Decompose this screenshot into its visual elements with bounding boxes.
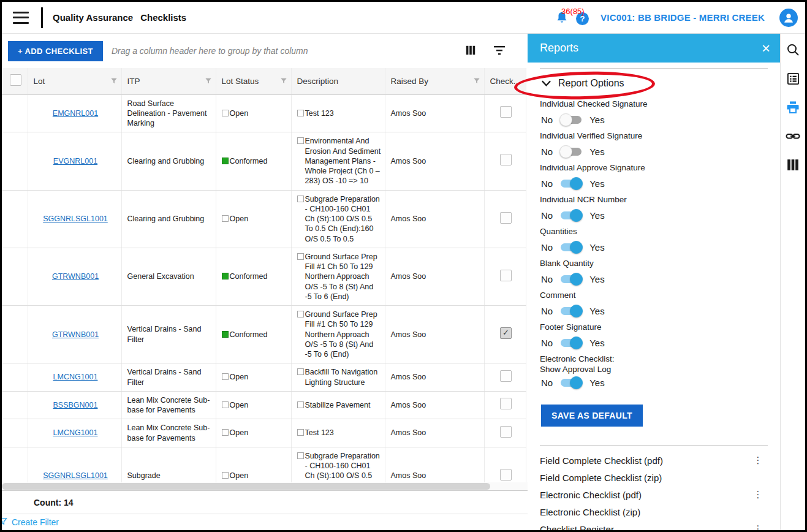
row-select-cell[interactable] [2,363,28,392]
lot-link[interactable]: GTRWNB001 [52,272,99,281]
row-select-cell[interactable] [2,391,28,419]
row-select-cell[interactable] [2,132,28,190]
filter-funnel-icon [110,77,118,85]
lot-link[interactable]: SGGNRLSGL1001 [43,215,108,223]
row-select-cell[interactable] [2,94,28,132]
columns-icon[interactable] [786,158,800,172]
table-row: EVGNRL001 Clearing and Grubbing Conforme… [2,132,526,190]
lot-link[interactable]: SGGNRLSGL1001 [43,471,108,480]
checked-checkbox[interactable] [500,270,512,281]
report-link[interactable]: Electronic Checklist (zip) [540,507,752,517]
toggle-switch[interactable] [561,211,582,219]
checked-checkbox[interactable] [500,212,512,224]
column-header-raised-by[interactable]: Raised By [385,68,484,94]
toggle-yes-label: Yes [589,338,604,348]
close-icon[interactable]: × [762,41,770,56]
itp-cell: Subgrade [121,447,216,482]
checked-checkbox[interactable] [500,370,512,382]
toggle-knob [570,209,583,222]
report-options-section-toggle[interactable]: Report Options [541,78,769,89]
link-icon[interactable] [786,129,800,143]
save-as-default-button[interactable]: SAVE AS DEFAULT [541,405,643,427]
column-header-check[interactable]: Check... [484,68,526,94]
toggle-switch[interactable] [561,275,582,283]
kebab-menu-icon[interactable]: ⋮ [752,489,764,500]
row-select-cell[interactable] [2,447,28,482]
create-filter-link[interactable]: Create Filter [12,517,59,527]
print-icon[interactable] [786,100,800,115]
description-cell: Ground Surface Prep Fill #1 Ch 50 To 129… [291,248,385,305]
checked-checkbox[interactable] [500,398,512,409]
report-option-label: Individual Approve Signature [540,160,769,175]
add-checklist-button[interactable]: + ADD CHECKLIST [8,41,103,61]
status-square-icon [222,401,229,408]
raised-by-cell: Amos Soo [385,306,484,363]
table-row: GTRWNB001 General Excavation Conformed G… [2,248,526,305]
row-select-cell[interactable] [2,190,28,248]
toggle-switch[interactable] [561,307,582,315]
toggle-no-label: No [541,378,553,388]
search-icon[interactable] [786,42,800,57]
toggle-switch[interactable] [561,180,582,188]
column-header-lot[interactable]: Lot [28,68,121,94]
scrollbar-thumb[interactable] [2,483,490,490]
column-header-description[interactable]: Description [291,68,385,94]
toggle-switch[interactable] [561,339,582,347]
report-option: Individual Verified Signature No Yes [540,128,769,160]
report-link[interactable]: Field Complete Checklist (pdf) [540,455,752,466]
toggle-knob [570,376,583,389]
table-row: LMCNG1001 Vertical Drains - Sand Filter … [2,363,526,392]
checked-checkbox[interactable] [500,106,512,118]
checked-checkbox[interactable] [500,469,512,481]
row-select-cell[interactable] [2,419,28,447]
lot-link[interactable]: LMCNG1001 [53,373,98,381]
report-options-label: Report Options [558,78,624,89]
report-link[interactable]: Electronic Checklist (pdf) [540,490,752,500]
toggle-knob [570,177,583,190]
column-header-itp[interactable]: ITP [121,68,216,94]
itp-cell: Lean Mix Concrete Sub-base for Pavements [121,391,216,419]
register-icon[interactable] [786,71,800,86]
description-cell: Backfill To Navigation Lighting Structur… [291,363,385,392]
report-option-label: Footer Signature [540,319,769,335]
column-header-lot-status[interactable]: Lot Status [216,68,291,94]
checked-checkbox[interactable] [500,426,512,438]
toggle-switch[interactable] [561,243,582,251]
topbar: Quality Assurance Checklists 36(85) ? VI… [2,2,805,34]
row-select-cell[interactable] [2,248,28,305]
checked-checkbox[interactable] [500,154,512,165]
toggle-knob [559,145,572,158]
lot-link[interactable]: EMGNRL001 [53,109,98,118]
toggle-knob [559,113,572,126]
column-chooser-icon[interactable] [465,45,477,57]
lot-link[interactable]: LMCNG1001 [53,428,98,437]
horizontal-scrollbar[interactable] [2,482,528,490]
itp-cell: General Excavation [121,248,216,305]
user-avatar-icon[interactable] [779,9,798,27]
toggle-knob [570,241,583,254]
app-section-title: Quality Assurance [53,12,133,23]
toggle-switch[interactable] [561,116,582,124]
toggle-switch[interactable] [561,148,582,156]
report-option-label: Individual Checked Signature [540,96,769,112]
lot-link[interactable]: BSSBGN001 [53,401,98,409]
lot-link[interactable]: EVGNRL001 [53,157,97,165]
kebab-menu-icon[interactable]: ⋮ [752,455,764,466]
report-link[interactable]: Checklist Register [540,524,752,531]
toggle-switch[interactable] [561,379,582,387]
kebab-menu-icon[interactable]: ⋮ [752,523,764,530]
filter-builder-icon[interactable] [493,45,506,57]
row-select-cell[interactable] [2,306,28,363]
menu-icon[interactable] [13,12,29,24]
status-square-icon [222,373,229,380]
select-all-checkbox[interactable] [10,74,21,86]
description-checkbox-icon [297,401,304,408]
lot-link[interactable]: GTRWNB001 [52,330,99,339]
project-title[interactable]: VIC001: BB BRIDGE - MERRI CREEK [601,12,765,23]
report-option: Blank Quantity No Yes [540,256,769,287]
checked-checkbox[interactable] [500,327,512,339]
report-link[interactable]: Field Complete Checklist (zip) [540,473,752,483]
raised-by-cell: Amos Soo [385,132,484,190]
select-all-header[interactable] [2,68,28,94]
page-title: Checklists [140,12,186,23]
